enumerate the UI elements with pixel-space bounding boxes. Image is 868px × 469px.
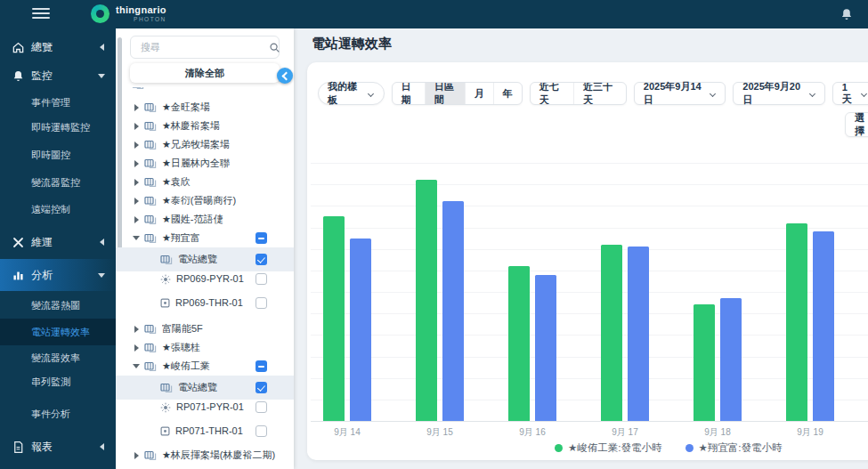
expand-icon[interactable] [132, 198, 141, 205]
expand-icon[interactable] [132, 123, 141, 130]
sidebar-subitem[interactable]: 事件管理 [0, 92, 116, 113]
expand-icon[interactable] [132, 160, 141, 167]
tree-row-label: ★翔宜富 [162, 231, 200, 245]
tree-row-partial[interactable] [116, 87, 294, 98]
sidebar-subitem[interactable]: 變流器效率 [0, 347, 116, 368]
sidebar-item-label: 監控 [31, 69, 98, 84]
notifications-bell-icon[interactable] [840, 7, 854, 21]
checkbox[interactable] [256, 425, 267, 437]
date-to-select[interactable]: 2025年9月20日 [733, 82, 824, 105]
tree-row[interactable]: 電站總覽 [116, 376, 294, 400]
checkbox[interactable] [256, 273, 267, 285]
expand-icon[interactable] [132, 452, 141, 459]
legend-dot-icon [555, 444, 563, 452]
checkbox[interactable] [256, 360, 267, 372]
segment-date-range[interactable]: 日區間 [425, 83, 465, 104]
bar [694, 304, 715, 421]
choose-button[interactable]: 選擇 [845, 112, 868, 137]
period-segmented-control: 日期 日區間 月 年 [392, 82, 523, 105]
expand-icon[interactable] [132, 344, 141, 352]
tree-row-label: ★張聰桂 [162, 341, 200, 354]
menu-icon[interactable] [32, 8, 50, 20]
caret-down-icon [98, 273, 105, 278]
app-logo: thingnario PHOTON [91, 4, 166, 23]
expand-icon[interactable] [132, 179, 141, 186]
sidebar-subitem[interactable]: 變流器監控 [0, 172, 116, 193]
sidebar-subitem[interactable]: 電站運轉效率 [0, 319, 116, 345]
checkbox[interactable] [256, 401, 267, 413]
bar [628, 247, 649, 421]
tree-row-label: RP071-PYR-01 [176, 401, 244, 414]
tree-row-label: 電站總覽 [178, 381, 217, 394]
tree-row[interactable]: ★日麗林內全聯 [116, 154, 294, 173]
tree-row-label: ★日麗林內全聯 [162, 157, 230, 170]
gridline [311, 184, 868, 185]
expand-icon[interactable] [132, 326, 141, 333]
bar [720, 298, 742, 421]
search-input[interactable] [139, 41, 269, 53]
gridline [311, 228, 868, 229]
template-select[interactable]: 我的樣板 [318, 82, 385, 105]
sidebar-subitem[interactable]: 變流器熱圖 [0, 295, 116, 316]
bar [813, 231, 834, 421]
checkbox[interactable] [256, 232, 267, 244]
checkbox[interactable] [256, 382, 267, 393]
tree-row[interactable]: ★袁欣 [116, 173, 294, 191]
checkbox[interactable] [256, 254, 267, 265]
legend-item[interactable]: ★峻侑工業:發電小時 [555, 441, 662, 455]
expand-icon[interactable] [132, 216, 141, 223]
clear-all-button[interactable]: 清除全部 [130, 63, 280, 83]
collapse-panel-button[interactable] [277, 68, 293, 84]
segment-date[interactable]: 日期 [393, 83, 425, 104]
logo-mark-icon [91, 4, 110, 23]
sidebar: 總覽監控事件管理即時運轉監控即時圖控變流器監控遠端控制維運分析變流器熱圖電站運轉… [0, 0, 116, 469]
tree-row[interactable]: ★林慶裕案場 [116, 117, 294, 135]
brand-name: thingnario [116, 5, 166, 15]
last-thirty-days-button[interactable]: 近三十天 [573, 83, 626, 104]
sidebar-item[interactable]: 分析 [0, 259, 116, 291]
tree-row[interactable]: RP071-THR-01 [116, 424, 294, 448]
expand-icon[interactable] [132, 236, 141, 240]
sidebar-item[interactable]: 監控 [0, 62, 116, 89]
tools-icon [12, 236, 25, 249]
x-axis-line [311, 421, 868, 422]
tree-row[interactable]: ★翔宜富 [116, 229, 294, 247]
last-seven-days-button[interactable]: 近七天 [531, 83, 573, 104]
checkbox[interactable] [256, 297, 267, 309]
tree-row[interactable]: ★兄弟牧場案場 [116, 135, 294, 154]
expand-icon[interactable] [132, 364, 141, 368]
tree-row[interactable]: ★林辰揮案場(林慶裕二期) [116, 448, 294, 469]
segment-year[interactable]: 年 [493, 83, 522, 104]
segment-month[interactable]: 月 [465, 83, 493, 104]
date-from-value: 2025年9月14日 [644, 80, 704, 107]
gridline [311, 357, 868, 358]
interval-select[interactable]: 1天 [832, 82, 868, 105]
date-from-select[interactable]: 2025年9月14日 [634, 82, 726, 105]
brand-subtitle: PHOTON [116, 17, 166, 23]
sidebar-item[interactable]: 報表 [0, 433, 116, 461]
expand-icon[interactable] [132, 104, 141, 111]
sidebar-subitem[interactable]: 串列監測 [0, 371, 116, 392]
tree-row[interactable]: RP071-PYR-01 [116, 400, 294, 424]
tree-row-label: 富陽能5F [162, 322, 203, 336]
tree-row[interactable]: ★國姓-范語倢 [116, 210, 294, 229]
plant-icon [144, 196, 157, 206]
tree-row[interactable]: RP069-THR-01 [116, 295, 294, 319]
sidebar-subitem[interactable]: 遠端控制 [0, 198, 116, 220]
tree-row[interactable]: ★泰衍(晉暘商行) [116, 191, 294, 210]
legend-item[interactable]: ★翔宜富:發電小時 [685, 441, 783, 455]
tree-row[interactable]: ★張聰桂 [116, 338, 294, 357]
tree-row-label: ★林辰揮案場(林慶裕二期) [162, 449, 275, 462]
tree-row[interactable]: ★金旺案場 [116, 98, 294, 117]
tree-row[interactable]: 電站總覽 [116, 247, 294, 271]
expand-icon[interactable] [132, 142, 141, 149]
sidebar-subitem[interactable]: 事件分析 [0, 403, 116, 425]
sidebar-item[interactable]: 總覽 [0, 34, 116, 61]
tree-row[interactable]: 富陽能5F [116, 319, 294, 338]
tree-row[interactable]: RP069-PYR-01 [116, 271, 294, 295]
sidebar-item-label: 總覽 [31, 40, 100, 55]
sidebar-subitem[interactable]: 即時圖控 [0, 144, 116, 166]
sidebar-item[interactable]: 維運 [0, 228, 116, 256]
tree-row[interactable]: ★峻侑工業 [116, 357, 294, 376]
sidebar-subitem[interactable]: 即時運轉監控 [0, 117, 116, 138]
